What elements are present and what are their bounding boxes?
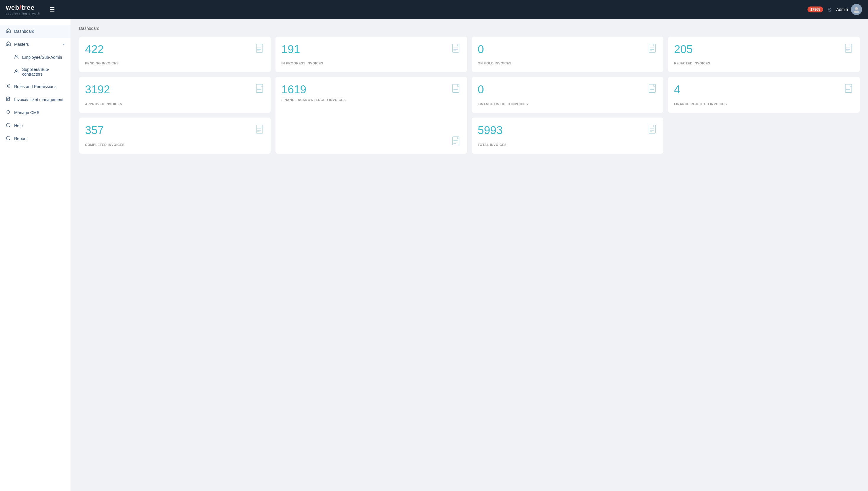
svg-rect-24 — [256, 84, 263, 92]
stat-number-on-hold: 0 — [478, 44, 484, 55]
stat-card-approved[interactable]: 3192 APPROVED INVOICES — [79, 77, 271, 113]
stat-card-top-in-progress: 191 — [281, 44, 461, 55]
user-name: Admin — [836, 7, 848, 12]
stat-card-fin-on-hold[interactable]: 0 FINANCE ON HOLD INVOICES — [472, 77, 663, 113]
stat-label-pending: PENDING INVOICES — [85, 61, 265, 65]
logo-text: web/tree — [6, 4, 40, 11]
stat-card-top-fin-rejected: 4 — [674, 84, 854, 95]
sidebar-label-employee: Employee/Sub-Admin — [22, 55, 65, 60]
sidebar-label-masters: Masters — [14, 42, 59, 47]
sidebar-item-dashboard[interactable]: Dashboard — [0, 25, 70, 38]
stat-card-total[interactable]: 5993 TOTAL INVOICES — [472, 118, 663, 154]
stat-number-total: 5993 — [478, 125, 503, 136]
logout-icon[interactable]: ⎋ — [828, 6, 831, 13]
sidebar: Dashboard Masters ▾ Employee/Sub-Admin — [0, 19, 71, 491]
sidebar-item-report[interactable]: Report — [0, 132, 70, 145]
sidebar-item-invoice[interactable]: Invoice/ticket management — [0, 93, 70, 106]
stat-card-completed[interactable]: 357 COMPLETED INVOICES — [79, 118, 271, 154]
sidebar-item-roles[interactable]: Roles and Permissions — [0, 80, 70, 93]
stat-card-top-on-hold: 0 — [478, 44, 657, 55]
notification-badge[interactable]: 17868 — [807, 6, 823, 12]
invoice-icon-fin-on-hold — [649, 84, 657, 94]
stat-label-approved: APPROVED INVOICES — [85, 102, 265, 106]
header-left: web/tree accelerating growth ☰ — [6, 4, 57, 15]
sidebar-label-invoice: Invoice/ticket management — [14, 97, 65, 102]
logo: web/tree accelerating growth — [6, 4, 40, 15]
stat-number-fin-acknowledged: 1619 — [281, 84, 306, 95]
sidebar-label-roles: Roles and Permissions — [14, 84, 65, 89]
stat-label-total: TOTAL INVOICES — [478, 143, 657, 147]
sidebar-label-cms: Manage CMS — [14, 110, 65, 115]
stat-card-on-hold[interactable]: 0 ON HOLD INVOICES — [472, 37, 663, 72]
stat-number-in-progress: 191 — [281, 44, 300, 55]
cms-icon — [6, 110, 11, 116]
employee-icon — [14, 54, 19, 60]
stat-card-fin-rejected[interactable]: 4 FINANCE REJECTED INVOICES — [668, 77, 860, 113]
invoice-icon-fin-rejected — [845, 84, 854, 94]
svg-point-0 — [855, 7, 858, 10]
sidebar-item-masters[interactable]: Masters ▾ — [0, 38, 70, 51]
stat-number-completed: 357 — [85, 125, 104, 136]
invoice-icon-in-progress — [452, 44, 461, 54]
svg-rect-48 — [649, 125, 655, 133]
stat-card-fin-acknowledged[interactable]: 1619 FINANCE ACKNOWLEDGED INVOICES — [275, 77, 467, 154]
invoice-icon-fin-acknowledged-2 — [452, 137, 461, 147]
avatar — [851, 4, 862, 15]
stat-card-top-total: 5993 — [478, 125, 657, 136]
stats-grid: 422 PENDING INVOICES 191 — [79, 37, 860, 154]
help-icon — [6, 123, 11, 128]
svg-rect-20 — [845, 44, 852, 52]
svg-point-2 — [16, 55, 18, 57]
logo-sub: accelerating growth — [6, 12, 40, 15]
stat-label-completed: COMPLETED INVOICES — [85, 143, 265, 147]
stat-card-top-pending: 422 — [85, 44, 265, 55]
masters-icon — [6, 41, 11, 47]
svg-rect-8 — [256, 44, 263, 52]
stat-label-fin-on-hold: FINANCE ON HOLD INVOICES — [478, 102, 657, 106]
stat-card-in-progress[interactable]: 191 IN PROGRESS INVOICES — [275, 37, 467, 72]
sidebar-label-report: Report — [14, 136, 65, 141]
invoice-icon-pending — [256, 44, 265, 54]
stat-number-fin-rejected: 4 — [674, 84, 680, 95]
stat-number-pending: 422 — [85, 44, 104, 55]
stat-card-top-approved: 3192 — [85, 84, 265, 95]
logo-slash: / — [20, 4, 22, 11]
sidebar-item-employee[interactable]: Employee/Sub-Admin — [0, 51, 70, 63]
sidebar-item-suppliers[interactable]: Suppliers/Sub-contractors — [0, 63, 70, 80]
layout: Dashboard Masters ▾ Employee/Sub-Admin — [0, 19, 868, 491]
sidebar-label-help: Help — [14, 123, 65, 128]
chevron-down-icon: ▾ — [63, 42, 65, 47]
header: web/tree accelerating growth ☰ 17868 ⎋ A… — [0, 0, 868, 19]
stat-card-pending[interactable]: 422 PENDING INVOICES — [79, 37, 271, 72]
svg-rect-40 — [845, 84, 852, 92]
sidebar-item-help[interactable]: Help — [0, 119, 70, 132]
stat-label-on-hold: ON HOLD INVOICES — [478, 61, 657, 65]
sidebar-label-dashboard: Dashboard — [14, 29, 65, 34]
stat-number-fin-on-hold: 0 — [478, 84, 484, 95]
report-icon — [6, 136, 11, 142]
invoice-icon-total — [649, 125, 657, 135]
stat-card-rejected[interactable]: 205 REJECTED INVOICES — [668, 37, 860, 72]
svg-rect-12 — [453, 44, 459, 52]
svg-rect-28 — [453, 84, 459, 92]
svg-rect-16 — [649, 44, 655, 52]
roles-icon — [6, 84, 11, 89]
svg-rect-36 — [649, 84, 655, 92]
hamburger-button[interactable]: ☰ — [47, 5, 57, 14]
suppliers-icon — [14, 69, 19, 75]
stat-label-in-progress: IN PROGRESS INVOICES — [281, 61, 461, 65]
sidebar-label-suppliers: Suppliers/Sub-contractors — [22, 67, 65, 77]
stat-card-top-completed: 357 — [85, 125, 265, 136]
header-right: 17868 ⎋ Admin — [807, 4, 862, 15]
stat-card-top-fin-acknowledged: 1619 — [281, 84, 461, 95]
stat-number-rejected: 205 — [674, 44, 693, 55]
sidebar-item-cms[interactable]: Manage CMS — [0, 106, 70, 119]
invoice-icon-approved — [256, 84, 265, 94]
stat-number-approved: 3192 — [85, 84, 110, 95]
svg-point-4 — [7, 85, 9, 87]
user-info: Admin — [836, 4, 862, 15]
breadcrumb: Dashboard — [79, 26, 860, 31]
stat-card-top-fin-on-hold: 0 — [478, 84, 657, 95]
stat-label-fin-acknowledged: FINANCE ACKNOWLEDGED INVOICES — [281, 98, 461, 102]
svg-rect-32 — [453, 137, 459, 145]
